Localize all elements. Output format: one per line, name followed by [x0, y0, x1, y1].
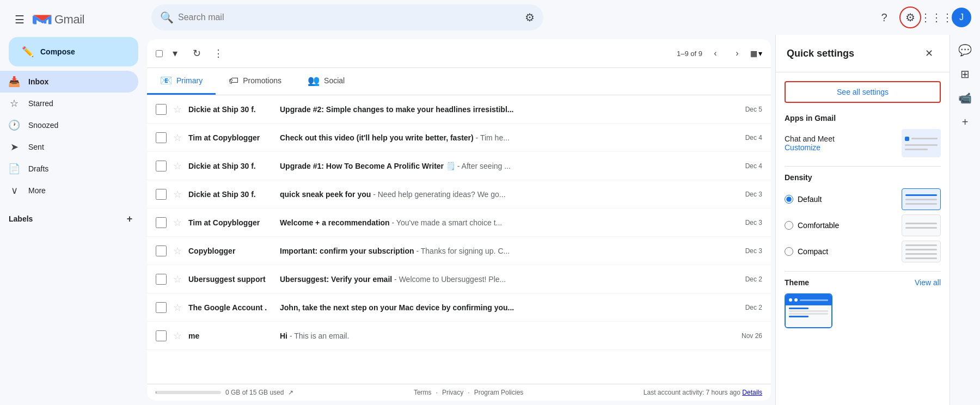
email-date: Dec 5 [730, 106, 762, 113]
email-star[interactable]: ☆ [173, 132, 182, 144]
email-star[interactable]: ☆ [173, 160, 182, 172]
email-sender: Tim at Copyblogger [188, 218, 275, 227]
sent-nav-icon: ➤ [9, 141, 20, 153]
sidebar-item-snoozed[interactable]: 🕐 Snoozed [0, 114, 138, 136]
topbar: 🔍 ⚙ ? ⚙ ⋮⋮⋮ J [147, 0, 980, 35]
footer-left: 0 GB of 15 GB used ↗ [156, 389, 293, 396]
density-default-thumbnail [902, 188, 941, 210]
email-star[interactable]: ☆ [173, 273, 182, 285]
chevron-down-icon: ▾ [173, 47, 177, 59]
details-link[interactable]: Details [742, 389, 762, 396]
email-row[interactable]: ☆ The Google Account . John, take the ne… [147, 293, 771, 322]
email-list: ☆ Dickie at Ship 30 f. Upgrade #2: Simpl… [147, 95, 771, 384]
email-star[interactable]: ☆ [173, 302, 182, 314]
sidebar-item-inbox[interactable]: 📥 Inbox [0, 71, 138, 93]
social-tab-icon: 👥 [308, 75, 320, 87]
select-dropdown-button[interactable]: ▾ [165, 44, 185, 63]
avatar[interactable]: J [952, 8, 971, 27]
sidebar-item-drafts[interactable]: 📄 Drafts [0, 158, 138, 180]
spaces-icon-button[interactable]: ⊞ [954, 63, 976, 85]
email-row[interactable]: ☆ Dickie at Ship 30 f. Upgrade #2: Simpl… [147, 95, 771, 124]
email-checkbox[interactable] [156, 330, 167, 341]
email-checkbox[interactable] [156, 132, 167, 143]
density-default-radio[interactable] [785, 195, 793, 204]
sidebar-item-starred[interactable]: ☆ Starred [0, 93, 138, 114]
hamburger-menu[interactable]: ☰ [9, 9, 30, 30]
view-toggle[interactable]: ▦ ▾ [750, 49, 762, 58]
email-row[interactable]: ☆ Dickie at Ship 30 f. quick sneak peek … [147, 180, 771, 208]
chat-icon-button[interactable]: 💬 [954, 39, 976, 61]
apps-button[interactable]: ⋮⋮⋮ [926, 7, 947, 28]
search-icon: 🔍 [160, 11, 174, 24]
theme-section: Theme View all [785, 278, 941, 328]
sidebar-item-more[interactable]: ∨ More [0, 180, 138, 201]
email-star[interactable]: ☆ [173, 245, 182, 257]
email-row[interactable]: ☆ Tim at Copyblogger Check out this vide… [147, 124, 771, 152]
sidebar-item-sent[interactable]: ➤ Sent [0, 136, 138, 158]
email-row[interactable]: ☆ Ubersuggest support Ubersuggest: Verif… [147, 265, 771, 293]
density-title: Density [785, 173, 941, 182]
meet-icon: 📹 [958, 91, 972, 105]
email-row[interactable]: ☆ Dickie at Ship 30 f. Upgrade #1: How T… [147, 152, 771, 180]
select-all-checkbox[interactable] [156, 50, 163, 57]
email-checkbox[interactable] [156, 104, 167, 115]
email-date: Dec 3 [730, 191, 762, 198]
email-checkbox[interactable] [156, 161, 167, 171]
email-star[interactable]: ☆ [173, 217, 182, 229]
prev-page-button[interactable]: ‹ [707, 45, 724, 62]
program-policies-link[interactable]: Program Policies [474, 389, 524, 396]
refresh-icon: ↻ [193, 47, 201, 59]
density-comfortable-radio[interactable] [785, 221, 793, 230]
privacy-link[interactable]: Privacy [442, 389, 463, 396]
gmail-label: Gmail [54, 13, 84, 27]
chat-icon: 💬 [958, 44, 972, 57]
email-row[interactable]: ☆ Tim at Copyblogger Welcome + a recomme… [147, 208, 771, 237]
email-checkbox[interactable] [156, 217, 167, 228]
tab-social[interactable]: 👥 Social [295, 68, 358, 95]
compose-button[interactable]: ✏️ Compose [9, 37, 138, 66]
email-star[interactable]: ☆ [173, 330, 182, 342]
hamburger-icon: ☰ [15, 13, 24, 26]
more-options-button[interactable]: ⋮ [209, 44, 228, 63]
meet-icon-button[interactable]: 📹 [954, 87, 976, 109]
refresh-button[interactable]: ↻ [187, 44, 206, 63]
theme-thumbnail[interactable] [785, 293, 832, 328]
email-subject: Hi - This is an email. [280, 332, 725, 340]
open-storage-icon[interactable]: ↗ [288, 389, 293, 396]
search-options-icon[interactable]: ⚙ [525, 11, 535, 24]
email-checkbox[interactable] [156, 274, 167, 285]
email-row[interactable]: ☆ me Hi - This is an email. Nov 26 [147, 322, 771, 350]
tab-promotions[interactable]: 🏷 Promotions [216, 68, 295, 95]
email-star[interactable]: ☆ [173, 103, 182, 115]
density-options: Default Comfortable [785, 188, 941, 262]
promotions-tab-label: Promotions [243, 76, 281, 85]
email-checkbox[interactable] [156, 302, 167, 313]
density-compact-radio[interactable] [785, 247, 793, 256]
email-row[interactable]: ☆ Copyblogger Important: confirm your su… [147, 237, 771, 265]
email-star[interactable]: ☆ [173, 188, 182, 200]
email-sender: Dickie at Ship 30 f. [188, 190, 275, 199]
density-section: Density Default [785, 173, 941, 262]
chat-meet-thumbnail [902, 129, 941, 157]
view-all-themes-link[interactable]: View all [915, 278, 941, 287]
help-button[interactable]: ? [873, 7, 895, 28]
next-page-button[interactable]: › [728, 45, 746, 62]
customize-link[interactable]: Customize [785, 143, 835, 152]
footer-right: Last account activity: 7 hours ago Detai… [644, 389, 762, 396]
settings-button[interactable]: ⚙ [899, 7, 921, 28]
tab-primary[interactable]: 📧 Primary [147, 68, 216, 95]
email-subject: Upgrade #2: Simple changes to make your … [280, 105, 725, 114]
email-checkbox[interactable] [156, 189, 167, 200]
drafts-nav-label: Drafts [28, 164, 130, 173]
search-input[interactable] [178, 13, 520, 22]
add-app-button[interactable]: + [954, 111, 976, 133]
footer-links: Terms · Privacy · Program Policies [414, 389, 523, 396]
email-sender: Copyblogger [188, 247, 275, 255]
add-label-button[interactable]: + [121, 210, 138, 228]
email-checkbox[interactable] [156, 246, 167, 256]
starred-nav-icon: ☆ [9, 97, 20, 109]
terms-link[interactable]: Terms [414, 389, 432, 396]
snoozed-nav-label: Snoozed [28, 121, 130, 130]
see-all-settings-button[interactable]: See all settings [785, 81, 941, 103]
quick-settings-close-button[interactable]: ✕ [919, 44, 939, 63]
